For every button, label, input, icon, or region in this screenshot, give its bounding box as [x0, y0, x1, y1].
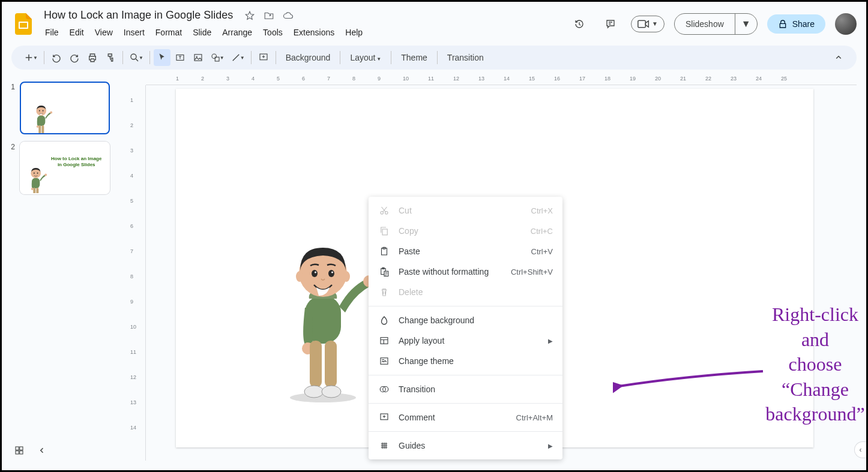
ctx-separator: [369, 306, 562, 306]
ctx-label: Cut: [399, 206, 523, 215]
svg-point-43: [322, 386, 341, 398]
account-avatar[interactable]: [835, 13, 857, 35]
ctx-apply-layout[interactable]: Apply layout▶: [369, 330, 562, 351]
ruler-tick: 11: [428, 76, 434, 82]
paint-format-button[interactable]: [102, 49, 119, 66]
ruler-tick: 7: [327, 76, 330, 82]
toolbar: ▼ ▼ ▼ ▼ Background Layout ▼ Theme Transi…: [11, 46, 857, 70]
ctx-comment[interactable]: CommentCtrl+Alt+M: [369, 407, 562, 428]
slideshow-button[interactable]: Slideshow ▼: [674, 13, 758, 35]
line-tool[interactable]: ▼: [228, 49, 247, 66]
slide-thumbnail-1[interactable]: [20, 82, 110, 134]
collapse-filmstrip-icon[interactable]: [37, 445, 47, 458]
slide-filmstrip: 1 2 How to Lock an Imagein Google Slides: [2, 74, 128, 470]
ruler-tick: 25: [781, 76, 787, 82]
menu-format[interactable]: Format: [151, 25, 187, 40]
ruler-tick: 3: [226, 76, 229, 82]
slideshow-dropdown[interactable]: ▼: [735, 14, 757, 34]
svg-rect-59: [381, 338, 388, 344]
paste-icon: [378, 245, 390, 257]
svg-point-46: [343, 271, 350, 282]
redo-button[interactable]: [66, 49, 83, 66]
ctx-label: Apply layout: [399, 336, 540, 345]
svg-point-3: [131, 54, 136, 59]
svg-rect-41: [325, 341, 337, 387]
menu-arrange[interactable]: Arrange: [217, 25, 257, 40]
theme-button[interactable]: Theme: [395, 53, 433, 62]
slide-thumbnail-2[interactable]: How to Lock an Imagein Google Slides: [20, 142, 110, 194]
background-icon: [378, 314, 390, 326]
ctx-change-background[interactable]: Change background: [369, 310, 562, 330]
app-logo[interactable]: [11, 12, 35, 36]
select-tool[interactable]: [154, 49, 170, 66]
menu-edit[interactable]: Edit: [65, 25, 89, 40]
annotation-text: Right-click and choose “Change backgroun…: [764, 302, 866, 427]
menu-slide[interactable]: Slide: [188, 25, 216, 40]
svg-rect-2: [638, 20, 646, 28]
background-button[interactable]: Background: [280, 53, 337, 62]
star-icon[interactable]: [244, 10, 256, 22]
menu-view[interactable]: View: [90, 25, 118, 40]
ruler-tick: 4: [130, 173, 133, 179]
history-icon[interactable]: [568, 13, 590, 35]
expand-toolbar-button[interactable]: [830, 49, 847, 66]
transition-button[interactable]: Transition: [441, 53, 490, 62]
ruler-tick: 2: [130, 122, 133, 128]
svg-point-49: [315, 272, 316, 273]
menu-tools[interactable]: Tools: [258, 25, 288, 40]
svg-rect-25: [36, 188, 38, 194]
ctx-label: Change theme: [399, 356, 553, 366]
ruler-tick: 5: [277, 76, 280, 82]
shape-tool[interactable]: ▼: [208, 49, 227, 66]
share-button[interactable]: Share: [767, 14, 825, 34]
undo-button[interactable]: [48, 49, 65, 66]
move-icon[interactable]: [263, 10, 275, 22]
ctx-paste-without-formatting[interactable]: Paste without formattingCtrl+Shift+V: [369, 261, 562, 282]
textbox-tool[interactable]: [172, 49, 188, 66]
ctx-separator: [369, 375, 562, 375]
print-button[interactable]: [84, 49, 101, 66]
meet-button[interactable]: ▼: [631, 16, 665, 32]
ctx-guides[interactable]: Guides▶: [369, 435, 562, 456]
ctx-change-theme[interactable]: Change theme: [369, 351, 562, 371]
ruler-tick: 6: [302, 76, 305, 82]
document-title[interactable]: How to Lock an Image in Google Slides: [40, 8, 237, 23]
ctx-label: Transition: [399, 384, 553, 394]
cloud-status-icon[interactable]: [282, 10, 294, 22]
ctx-shortcut: Ctrl+V: [531, 247, 553, 256]
slide-canvas[interactable]: CutCtrl+XCopyCtrl+CPasteCtrl+VPaste with…: [176, 89, 813, 447]
comment-icon: [378, 411, 390, 423]
svg-rect-40: [310, 341, 322, 387]
ctx-transition[interactable]: Transition: [369, 379, 562, 399]
image-tool[interactable]: [190, 49, 206, 66]
ruler-tick: 1: [130, 97, 133, 103]
menu-extensions[interactable]: Extensions: [289, 25, 339, 40]
ctx-label: Copy: [399, 226, 522, 236]
copy-icon: [378, 225, 390, 237]
grid-view-icon[interactable]: [14, 445, 25, 458]
ruler-tick: 18: [604, 76, 610, 82]
ctx-paste[interactable]: PasteCtrl+V: [369, 241, 562, 261]
ctx-cut: CutCtrl+X: [369, 200, 562, 221]
ctx-label: Change background: [399, 315, 553, 325]
menu-help[interactable]: Help: [340, 25, 367, 40]
svg-point-42: [304, 386, 324, 398]
add-comment-button[interactable]: [255, 49, 272, 66]
hide-panel-icon[interactable]: ‹: [854, 441, 866, 458]
zoom-button[interactable]: ▼: [127, 49, 146, 66]
submenu-arrow-icon: ▶: [548, 338, 553, 344]
ruler-tick: 8: [352, 76, 355, 82]
menu-insert[interactable]: Insert: [119, 25, 149, 40]
svg-rect-61: [382, 359, 384, 360]
ruler-tick: 6: [130, 223, 133, 229]
new-slide-button[interactable]: ▼: [21, 49, 40, 66]
layout-button[interactable]: Layout ▼: [344, 53, 387, 62]
svg-point-12: [50, 112, 52, 114]
ruler-tick: 17: [579, 76, 585, 82]
menu-file[interactable]: File: [40, 25, 64, 40]
comments-icon[interactable]: [600, 13, 621, 35]
layout-icon: [378, 335, 390, 347]
ruler-tick: 15: [529, 76, 535, 82]
svg-point-31: [37, 173, 38, 174]
thumb-number: 2: [7, 142, 15, 194]
